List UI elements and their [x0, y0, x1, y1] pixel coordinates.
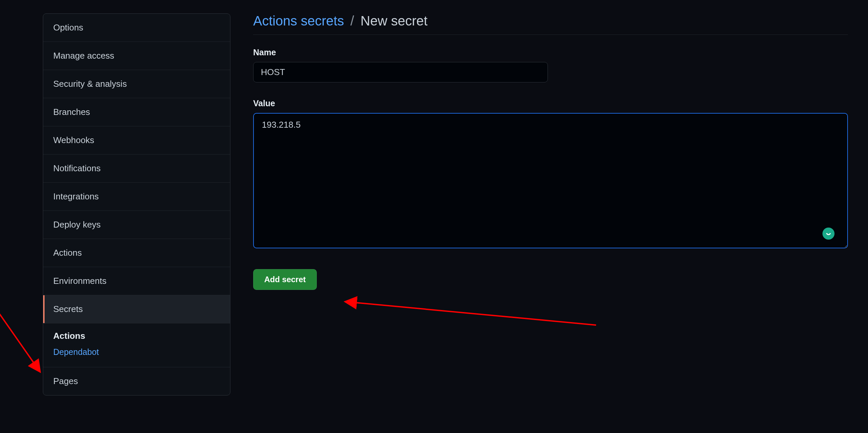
name-label: Name [253, 48, 848, 57]
annotation-arrow-button [338, 292, 606, 332]
sidebar-item-integrations[interactable]: Integrations [43, 183, 230, 211]
sidebar-item-options[interactable]: Options [43, 14, 230, 42]
sidebar-item-actions[interactable]: Actions [43, 239, 230, 267]
breadcrumb: Actions secrets / New secret [253, 13, 848, 35]
sidebar-sub-group-secrets: Actions Dependabot [43, 323, 230, 367]
secret-name-input[interactable] [253, 62, 548, 82]
svg-line-1 [345, 301, 596, 325]
breadcrumb-separator: / [350, 13, 354, 28]
sidebar-item-deploy-keys[interactable]: Deploy keys [43, 211, 230, 239]
breadcrumb-link-actions-secrets[interactable]: Actions secrets [253, 13, 344, 28]
add-secret-button[interactable]: Add secret [253, 269, 317, 290]
breadcrumb-current: New secret [361, 13, 428, 28]
sidebar-item-secrets[interactable]: Secrets [43, 295, 230, 323]
secret-value-textarea[interactable] [253, 113, 848, 248]
settings-sidebar: Options Manage access Security & analysi… [43, 13, 230, 396]
sidebar-item-environments[interactable]: Environments [43, 267, 230, 295]
sidebar-item-branches[interactable]: Branches [43, 98, 230, 126]
sidebar-sub-heading-actions: Actions [43, 323, 230, 344]
sidebar-item-webhooks[interactable]: Webhooks [43, 126, 230, 154]
main-content: Actions secrets / New secret Name Value … [253, 13, 848, 290]
value-label: Value [253, 98, 848, 108]
sidebar-item-notifications[interactable]: Notifications [43, 154, 230, 183]
sidebar-item-pages[interactable]: Pages [43, 367, 230, 395]
sidebar-item-manage-access[interactable]: Manage access [43, 42, 230, 70]
svg-line-0 [0, 305, 40, 372]
sidebar-item-security-analysis[interactable]: Security & analysis [43, 70, 230, 98]
grammar-checker-icon [823, 228, 835, 240]
sidebar-sub-item-dependabot[interactable]: Dependabot [43, 344, 230, 360]
